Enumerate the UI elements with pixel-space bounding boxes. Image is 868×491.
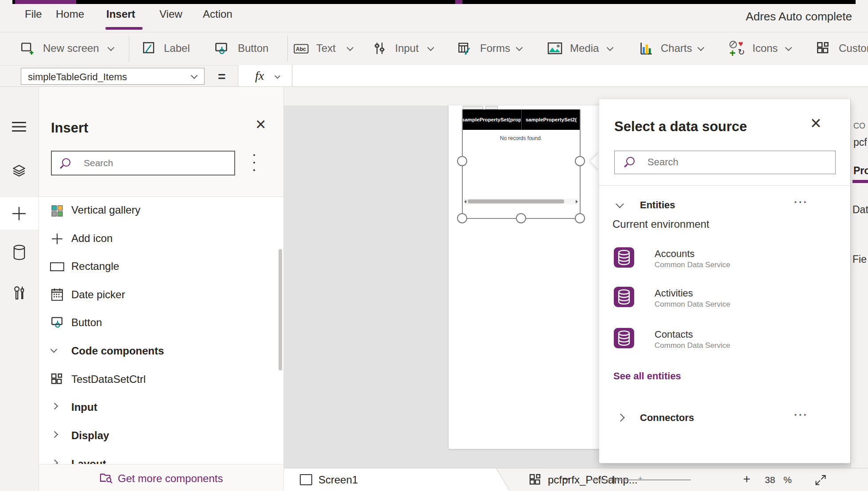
new-screen-icon — [20, 41, 35, 56]
resize-handle-mid-right[interactable] — [575, 156, 585, 166]
resize-handle-mid-left[interactable] — [457, 156, 467, 166]
fit-to-window-icon[interactable] — [814, 474, 827, 486]
label-button[interactable]: Label — [164, 42, 190, 55]
properties-tab-fragment[interactable]: Pro — [853, 165, 868, 177]
zoom-out-button[interactable]: − — [563, 472, 570, 486]
active-tab-underline — [852, 180, 868, 183]
close-icon[interactable]: × — [810, 113, 822, 134]
text-button[interactable]: Text — [316, 42, 336, 55]
property-selector[interactable]: simpleTableGrid_Items — [21, 68, 205, 85]
list-item-label: Vertical gallery — [71, 204, 140, 216]
panel-scrollbar[interactable] — [279, 249, 282, 370]
custom-button[interactable]: Custom — [839, 42, 868, 55]
list-item[interactable]: Rectangle — [39, 253, 283, 281]
menu-file[interactable]: File — [25, 8, 42, 20]
connectors-section-label: Connectors — [640, 412, 694, 424]
category-row-display[interactable]: Display — [39, 423, 283, 450]
tree-view-icon[interactable] — [11, 163, 27, 179]
category-row-code-components[interactable]: Code components — [39, 338, 283, 366]
menu-action[interactable]: Action — [203, 8, 232, 20]
close-icon[interactable]: × — [256, 114, 266, 134]
rectangle-icon — [50, 262, 64, 271]
advanced-tools-icon[interactable] — [12, 285, 27, 302]
icons-button[interactable]: Icons — [752, 42, 778, 55]
entity-row-contacts[interactable]: Contacts Common Data Service — [612, 328, 834, 348]
menu-home[interactable]: Home — [56, 8, 84, 20]
category-row-layout[interactable]: Layout — [39, 451, 283, 464]
flyout-search-box[interactable] — [614, 151, 836, 174]
list-item-label: Rectangle — [71, 260, 119, 273]
scroll-right-arrow-icon[interactable] — [576, 200, 578, 203]
zoom-slider-thumb[interactable] — [612, 476, 614, 484]
see-all-entities-link[interactable]: See all entities — [613, 370, 681, 382]
input-button[interactable]: Input — [395, 42, 418, 55]
date-picker-icon — [50, 287, 64, 302]
list-item-label: Add icon — [71, 232, 112, 245]
category-label: Layout — [71, 458, 106, 464]
more-options-icon[interactable]: ... — [794, 193, 808, 206]
button-button[interactable]: Button — [238, 42, 268, 55]
category-label: Code components — [71, 345, 164, 357]
resize-handle-bottom-center[interactable] — [516, 213, 526, 223]
scroll-left-arrow-icon[interactable] — [464, 200, 466, 203]
flyout-search-input[interactable] — [647, 153, 825, 171]
entity-service: Common Data Service — [655, 261, 730, 269]
entities-section-header[interactable]: Entities ... — [599, 197, 850, 216]
insert-search-input[interactable] — [83, 154, 226, 172]
more-options-icon[interactable] — [253, 154, 255, 172]
formula-input[interactable] — [293, 65, 868, 86]
active-menu-underline — [105, 27, 143, 30]
grid-hscrollbar[interactable] — [464, 199, 578, 204]
icons-menu-icon: ♥ + ↻ — [729, 40, 746, 58]
list-item[interactable]: Vertical gallery — [39, 197, 283, 225]
entity-name: Accounts — [655, 248, 695, 260]
list-item[interactable]: Button — [39, 310, 283, 337]
more-options-icon[interactable]: ... — [794, 406, 808, 418]
chevron-down-icon[interactable] — [191, 72, 198, 79]
menu-view[interactable]: View — [159, 8, 182, 20]
grid-top-fragment — [463, 106, 483, 109]
screen-tab[interactable]: Screen1 — [284, 468, 511, 491]
grid-header-cell[interactable]: samplePropertySet2( — [522, 109, 580, 130]
insert-plus-icon[interactable] — [11, 206, 27, 222]
chevron-right-icon — [51, 431, 58, 438]
list-item[interactable]: Date picker — [39, 282, 283, 309]
screen-icon — [300, 474, 312, 485]
data-field-fragment: Dat — [852, 204, 868, 216]
label-icon — [142, 41, 157, 56]
forms-button[interactable]: Forms — [480, 42, 510, 55]
get-more-components-link[interactable]: Get more components — [118, 472, 223, 485]
new-screen-button[interactable]: New screen — [43, 42, 99, 55]
chevron-right-icon[interactable] — [616, 413, 624, 421]
insert-search-box[interactable] — [51, 151, 235, 175]
entity-row-activities[interactable]: Activities Common Data Service — [612, 287, 834, 307]
list-item[interactable]: Add icon — [39, 226, 283, 253]
data-sources-icon[interactable] — [12, 244, 27, 261]
grid-hscrollbar-thumb[interactable] — [468, 199, 564, 203]
chevron-down-icon[interactable] — [275, 73, 280, 79]
list-item[interactable]: TestDataSetCtrl — [39, 366, 283, 394]
charts-button[interactable]: Charts — [661, 42, 692, 55]
grid-header-cell[interactable]: samplePropertySet(prop — [462, 109, 521, 130]
list-item-label: Button — [71, 316, 102, 329]
connectors-section-header[interactable]: Connectors ... — [599, 409, 850, 429]
category-row-input[interactable]: Input — [39, 394, 283, 422]
fx-dropdown[interactable]: fx — [238, 65, 292, 86]
button-control-icon — [50, 315, 65, 330]
menu-insert[interactable]: Insert — [106, 8, 135, 20]
zoom-percentage-value[interactable]: 38 — [765, 475, 775, 485]
get-more-components-icon — [99, 471, 113, 485]
resize-handle-bottom-left[interactable] — [457, 213, 467, 223]
entity-row-accounts[interactable]: Accounts Common Data Service — [612, 247, 834, 268]
zoom-in-button[interactable]: + — [743, 472, 750, 486]
equals-sign: = — [218, 69, 226, 84]
text-menu-icon: Abc — [293, 42, 309, 55]
custom-icon — [816, 41, 831, 56]
dataset-grid-control[interactable]: samplePropertySet(prop samplePropertySet… — [462, 106, 580, 218]
media-button[interactable]: Media — [570, 42, 599, 55]
ribbon-separator — [129, 35, 129, 62]
hamburger-menu-icon[interactable] — [11, 120, 27, 133]
chevron-down-icon[interactable] — [616, 200, 624, 208]
resize-handle-bottom-right[interactable] — [575, 213, 585, 223]
chevron-right-icon — [51, 403, 58, 410]
